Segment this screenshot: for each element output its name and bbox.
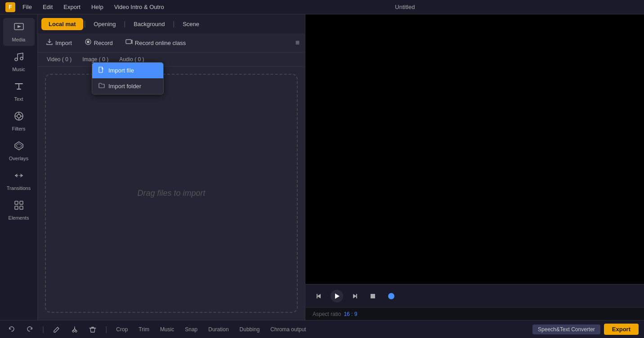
chroma-button[interactable]: Chroma output [268,325,309,333]
sidebar-label-overlays: Overlays [9,156,28,161]
dubbing-label: Dubbing [240,326,260,333]
record-online-icon [125,38,133,47]
svg-marker-11 [16,144,22,148]
left-sidebar: Media Music Text [0,14,38,320]
toolbar: Import Record Record onl [38,33,305,53]
preview-panel: Aspect ratio 16 : 9 [305,14,644,320]
svg-marker-23 [353,294,357,298]
import-file-icon [98,67,105,74]
snap-button[interactable]: Snap [182,325,200,333]
sidebar-label-media: Media [12,37,26,42]
sidebar-item-filters[interactable]: Filters [3,107,35,135]
play-pause-button[interactable] [331,290,343,302]
tab-background[interactable]: Background [126,18,172,30]
svg-rect-15 [20,206,23,209]
menu-edit[interactable]: Edit [39,4,56,10]
redo-button[interactable] [23,325,36,334]
dubbing-button[interactable]: Dubbing [237,325,263,333]
music-tool-button[interactable]: Music [157,325,177,333]
sidebar-label-filters: Filters [12,126,26,131]
delete-button[interactable] [86,325,99,334]
sidebar-item-music[interactable]: Music [3,48,35,76]
sidebar-label-text: Text [14,96,23,102]
elements-icon [13,200,24,213]
crop-label: Crop [116,326,128,333]
main-layout: Media Music Text [0,14,644,320]
transitions-icon [13,170,24,184]
filter-tabs: Video ( 0 ) Image ( 0 ) Audio ( 0 ) [38,53,305,67]
sidebar-label-transitions: Transitions [7,185,31,191]
svg-point-2 [15,58,18,61]
sidebar-item-media[interactable]: Media [3,18,35,46]
import-button[interactable]: Import [43,37,75,49]
import-dropdown: Import file Import folder [92,62,164,95]
svg-rect-14 [15,206,18,209]
tab-sep-2: | [124,20,125,27]
record-label: Record [94,40,113,46]
drop-zone[interactable]: Drag files to import [45,74,298,313]
aspect-ratio-bar: Aspect ratio 16 : 9 [305,307,644,320]
menu-video-intro[interactable]: Video Intro & Outro [111,4,168,10]
prev-frame-button[interactable] [313,290,325,302]
duration-button[interactable]: Duration [206,325,231,333]
trim-button[interactable]: Trim [136,325,152,333]
svg-marker-22 [335,293,340,299]
sidebar-label-music: Music [12,67,25,72]
import-icon [46,38,53,47]
svg-rect-12 [15,201,18,204]
export-button[interactable]: Export [604,324,639,335]
tabs-bar: Local mat | Opening | Background | Scene [38,14,305,33]
tab-sep-1: | [84,20,86,27]
svg-point-3 [20,57,23,60]
svg-rect-18 [126,40,131,44]
chroma-label: Chroma output [270,326,306,333]
sidebar-item-transitions[interactable]: Transitions [3,167,35,194]
aspect-ratio-value: 16 : 9 [344,311,357,317]
next-frame-button[interactable] [349,290,361,302]
svg-rect-13 [20,201,23,204]
bottom-sep-1: | [42,325,44,333]
filter-video[interactable]: Video ( 0 ) [43,55,75,63]
title-bar: F File Edit Export Help Video Intro & Ou… [0,0,644,14]
sidebar-item-overlays[interactable]: Overlays [3,137,35,165]
dropdown-import-file[interactable]: Import file [92,63,163,78]
import-label: Import [55,40,72,46]
sidebar-item-elements[interactable]: Elements [3,196,35,224]
menu-help[interactable]: Help [88,4,107,10]
preview-area [305,14,644,284]
svg-rect-24 [356,294,357,298]
svg-marker-20 [317,294,321,298]
drop-zone-text: Drag files to import [137,189,205,198]
progress-indicator[interactable] [388,293,394,299]
import-folder-label: Import folder [108,83,141,90]
svg-rect-25 [371,294,375,298]
record-button[interactable]: Record [82,37,116,49]
speech-text-button[interactable]: Speech&Text Converter [532,324,600,334]
tab-local-mat[interactable]: Local mat [41,18,83,30]
pen-button[interactable] [50,325,63,334]
sidebar-item-text[interactable]: Text [3,77,35,105]
crop-button[interactable]: Crop [113,325,130,333]
overlays-icon [13,140,24,154]
aspect-ratio-label: Aspect ratio [313,311,341,317]
import-folder-icon [98,82,105,90]
record-icon [85,38,92,47]
dropdown-import-folder[interactable]: Import folder [92,78,163,94]
svg-rect-21 [317,294,318,298]
bottom-toolbar: | | Crop Trim Music Snap Duration Dub [0,320,644,338]
cut-button[interactable] [68,325,81,334]
import-file-label: Import file [108,67,134,74]
tab-scene[interactable]: Scene [175,18,206,30]
sidebar-label-elements: Elements [9,215,29,221]
undo-button[interactable] [5,325,18,334]
tab-opening[interactable]: Opening [86,18,123,30]
menu-file[interactable]: File [19,4,36,10]
music-tool-label: Music [160,326,174,333]
trim-label: Trim [139,326,149,333]
snap-label: Snap [185,326,197,333]
record-online-label: Record online class [135,40,186,46]
stop-button[interactable] [367,290,379,302]
menu-export[interactable]: Export [60,4,84,10]
record-online-button[interactable]: Record online class [123,37,188,49]
list-view-button[interactable]: ≡ [295,39,300,47]
